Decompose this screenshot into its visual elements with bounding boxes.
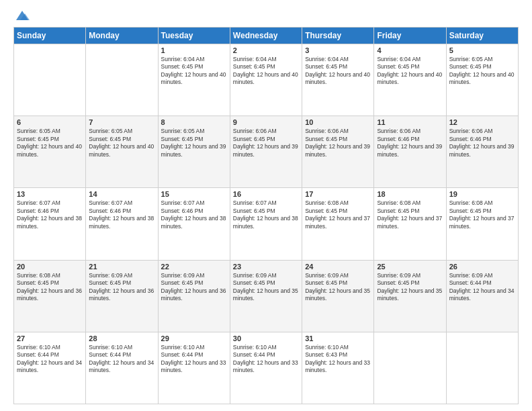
week-row-5: 27Sunrise: 6:10 AM Sunset: 6:44 PM Dayli… [14,332,519,404]
day-cell: 31Sunrise: 6:10 AM Sunset: 6:43 PM Dayli… [302,332,374,404]
day-number: 31 [305,334,371,342]
day-info: Sunrise: 6:09 AM Sunset: 6:45 PM Dayligh… [305,272,371,303]
day-number: 30 [233,334,299,342]
day-number: 29 [161,334,227,342]
day-cell: 2Sunrise: 6:04 AM Sunset: 6:45 PM Daylig… [230,44,302,116]
day-number: 16 [233,190,299,198]
day-cell: 26Sunrise: 6:09 AM Sunset: 6:44 PM Dayli… [446,260,518,332]
day-number: 14 [89,190,154,198]
day-number: 20 [17,263,83,271]
calendar-header: SundayMondayTuesdayWednesdayThursdayFrid… [14,28,519,44]
day-cell: 17Sunrise: 6:08 AM Sunset: 6:45 PM Dayli… [302,188,374,260]
day-number: 11 [377,118,443,126]
day-info: Sunrise: 6:09 AM Sunset: 6:45 PM Dayligh… [161,272,227,303]
day-number: 13 [17,190,83,198]
day-cell: 6Sunrise: 6:05 AM Sunset: 6:45 PM Daylig… [14,116,86,188]
day-cell: 23Sunrise: 6:09 AM Sunset: 6:45 PM Dayli… [230,260,302,332]
day-info: Sunrise: 6:10 AM Sunset: 6:44 PM Dayligh… [17,344,83,375]
day-cell: 12Sunrise: 6:06 AM Sunset: 6:46 PM Dayli… [446,116,518,188]
day-info: Sunrise: 6:06 AM Sunset: 6:45 PM Dayligh… [233,128,299,158]
day-number: 18 [377,190,443,198]
day-cell: 29Sunrise: 6:10 AM Sunset: 6:44 PM Dayli… [158,332,230,404]
day-info: Sunrise: 6:04 AM Sunset: 6:45 PM Dayligh… [305,56,371,87]
day-info: Sunrise: 6:10 AM Sunset: 6:44 PM Dayligh… [89,344,154,375]
day-number: 9 [233,118,299,126]
header-cell-friday: Friday [374,28,446,44]
day-info: Sunrise: 6:09 AM Sunset: 6:45 PM Dayligh… [233,272,299,303]
day-info: Sunrise: 6:07 AM Sunset: 6:45 PM Dayligh… [233,199,299,230]
page: SundayMondayTuesdayWednesdayThursdayFrid… [0,0,532,411]
day-info: Sunrise: 6:04 AM Sunset: 6:45 PM Dayligh… [161,56,227,87]
day-info: Sunrise: 6:07 AM Sunset: 6:46 PM Dayligh… [89,199,154,230]
logo [13,11,30,20]
week-row-2: 6Sunrise: 6:05 AM Sunset: 6:45 PM Daylig… [14,116,519,188]
day-info: Sunrise: 6:06 AM Sunset: 6:46 PM Dayligh… [377,128,443,158]
day-number: 1 [161,46,227,54]
day-info: Sunrise: 6:10 AM Sunset: 6:44 PM Dayligh… [233,344,299,375]
day-info: Sunrise: 6:08 AM Sunset: 6:45 PM Dayligh… [305,199,371,230]
header-cell-saturday: Saturday [446,28,518,44]
day-number: 22 [161,263,227,271]
day-info: Sunrise: 6:09 AM Sunset: 6:45 PM Dayligh… [89,272,154,303]
header-row: SundayMondayTuesdayWednesdayThursdayFrid… [14,28,519,44]
header-cell-wednesday: Wednesday [230,28,302,44]
header-cell-tuesday: Tuesday [158,28,230,44]
day-cell: 3Sunrise: 6:04 AM Sunset: 6:45 PM Daylig… [302,44,374,116]
week-row-1: 1Sunrise: 6:04 AM Sunset: 6:45 PM Daylig… [14,44,519,116]
day-cell: 14Sunrise: 6:07 AM Sunset: 6:46 PM Dayli… [86,188,158,260]
day-cell: 5Sunrise: 6:05 AM Sunset: 6:45 PM Daylig… [446,44,518,116]
day-cell: 11Sunrise: 6:06 AM Sunset: 6:46 PM Dayli… [374,116,446,188]
day-number: 7 [89,118,154,126]
day-number: 12 [449,118,515,126]
day-cell: 9Sunrise: 6:06 AM Sunset: 6:45 PM Daylig… [230,116,302,188]
day-number: 27 [17,334,83,342]
day-number: 5 [449,46,515,54]
day-info: Sunrise: 6:05 AM Sunset: 6:45 PM Dayligh… [17,128,83,158]
day-info: Sunrise: 6:05 AM Sunset: 6:45 PM Dayligh… [161,128,227,158]
day-cell: 10Sunrise: 6:06 AM Sunset: 6:45 PM Dayli… [302,116,374,188]
day-info: Sunrise: 6:09 AM Sunset: 6:45 PM Dayligh… [377,272,443,303]
day-info: Sunrise: 6:10 AM Sunset: 6:43 PM Dayligh… [305,344,371,375]
day-cell [86,44,158,116]
day-info: Sunrise: 6:06 AM Sunset: 6:46 PM Dayligh… [449,128,515,158]
day-cell: 24Sunrise: 6:09 AM Sunset: 6:45 PM Dayli… [302,260,374,332]
day-cell: 30Sunrise: 6:10 AM Sunset: 6:44 PM Dayli… [230,332,302,404]
header-cell-monday: Monday [86,28,158,44]
logo-icon [15,8,30,23]
day-info: Sunrise: 6:08 AM Sunset: 6:45 PM Dayligh… [449,199,515,230]
day-number: 26 [449,263,515,271]
day-number: 24 [305,263,371,271]
day-cell: 1Sunrise: 6:04 AM Sunset: 6:45 PM Daylig… [158,44,230,116]
day-cell: 4Sunrise: 6:04 AM Sunset: 6:45 PM Daylig… [374,44,446,116]
calendar-body: 1Sunrise: 6:04 AM Sunset: 6:45 PM Daylig… [14,44,519,404]
day-info: Sunrise: 6:06 AM Sunset: 6:45 PM Dayligh… [305,128,371,158]
day-info: Sunrise: 6:08 AM Sunset: 6:45 PM Dayligh… [377,199,443,230]
day-number: 17 [305,190,371,198]
day-info: Sunrise: 6:07 AM Sunset: 6:46 PM Dayligh… [161,199,227,230]
day-cell [14,44,86,116]
day-info: Sunrise: 6:05 AM Sunset: 6:45 PM Dayligh… [89,128,154,158]
day-cell: 13Sunrise: 6:07 AM Sunset: 6:46 PM Dayli… [14,188,86,260]
day-cell [446,332,518,404]
day-info: Sunrise: 6:07 AM Sunset: 6:46 PM Dayligh… [17,199,83,230]
header-cell-thursday: Thursday [302,28,374,44]
day-number: 2 [233,46,299,54]
week-row-3: 13Sunrise: 6:07 AM Sunset: 6:46 PM Dayli… [14,188,519,260]
day-cell: 16Sunrise: 6:07 AM Sunset: 6:45 PM Dayli… [230,188,302,260]
day-cell: 28Sunrise: 6:10 AM Sunset: 6:44 PM Dayli… [86,332,158,404]
day-cell: 22Sunrise: 6:09 AM Sunset: 6:45 PM Dayli… [158,260,230,332]
day-number: 25 [377,263,443,271]
day-info: Sunrise: 6:04 AM Sunset: 6:45 PM Dayligh… [233,56,299,87]
day-cell [374,332,446,404]
day-number: 3 [305,46,371,54]
day-cell: 20Sunrise: 6:08 AM Sunset: 6:45 PM Dayli… [14,260,86,332]
day-cell: 21Sunrise: 6:09 AM Sunset: 6:45 PM Dayli… [86,260,158,332]
day-cell: 19Sunrise: 6:08 AM Sunset: 6:45 PM Dayli… [446,188,518,260]
day-cell: 25Sunrise: 6:09 AM Sunset: 6:45 PM Dayli… [374,260,446,332]
day-info: Sunrise: 6:05 AM Sunset: 6:45 PM Dayligh… [449,56,515,87]
calendar-table: SundayMondayTuesdayWednesdayThursdayFrid… [13,27,519,404]
day-info: Sunrise: 6:08 AM Sunset: 6:45 PM Dayligh… [17,272,83,303]
day-number: 4 [377,46,443,54]
day-number: 8 [161,118,227,126]
day-cell: 18Sunrise: 6:08 AM Sunset: 6:45 PM Dayli… [374,188,446,260]
